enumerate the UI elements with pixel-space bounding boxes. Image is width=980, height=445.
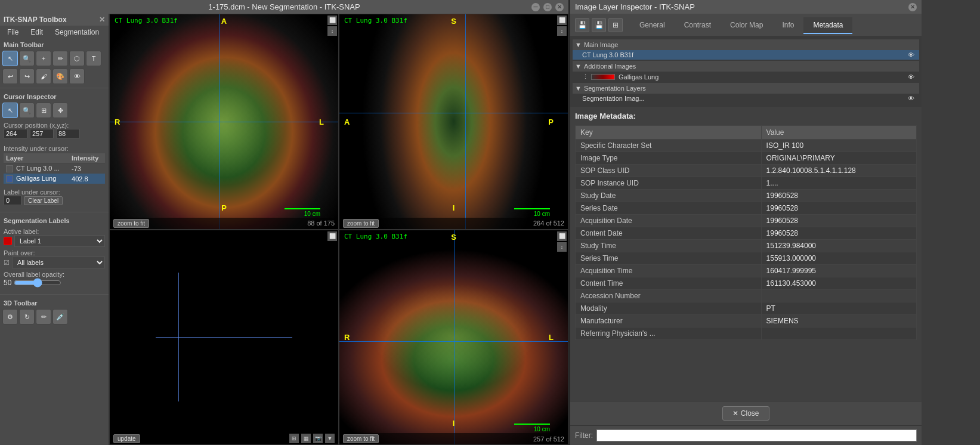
menu-edit[interactable]: Edit bbox=[28, 27, 45, 37]
layer-tree: ▼ Main Image CT Lung 3.0 B31f 👁 ▼ Additi… bbox=[570, 37, 922, 107]
3d-btn-4[interactable]: 💉 bbox=[52, 309, 68, 325]
viewport-sagittal-canvas[interactable]: S I A P bbox=[339, 14, 568, 229]
close-button[interactable]: ✕ bbox=[555, 3, 564, 11]
toolbar-3d-row: ⚙ ↻ ✏ 💉 bbox=[0, 308, 109, 326]
viewport-empty-canvas[interactable] bbox=[110, 230, 338, 445]
menu-segmentation[interactable]: Segmentation bbox=[52, 27, 101, 37]
redo-btn[interactable]: ↪ bbox=[19, 69, 35, 84]
left-panel: ITK-SNAP Toolbox ✕ File Edit Segmentatio… bbox=[0, 14, 109, 445]
galligas-name: Galligas Lung bbox=[619, 73, 659, 81]
inspector-close-btn[interactable]: ✕ bbox=[908, 3, 917, 11]
viewport-coronal-canvas[interactable]: S I R L bbox=[339, 230, 568, 445]
dropdown-icon-btn[interactable]: ▼ bbox=[325, 434, 335, 443]
cursor-z-input[interactable] bbox=[56, 129, 80, 138]
intensity-table: Layer Intensity CT Lung 3.0 ... bbox=[4, 153, 105, 184]
viewport-empty-footer: update ⊞ ▦ 📷 ▼ bbox=[110, 432, 338, 444]
zoom-to-fit-axial[interactable]: zoom to fit bbox=[113, 219, 149, 228]
zoom-to-fit-coronal[interactable]: zoom to fit bbox=[343, 434, 379, 443]
vp-cor-maximize[interactable]: ⬜ bbox=[557, 231, 567, 241]
scale-label-sagittal: 10 cm bbox=[534, 211, 550, 217]
layer-group-additional-header[interactable]: ▼ Additional Images bbox=[573, 61, 919, 72]
metadata-key-cell: Content Time bbox=[576, 277, 762, 290]
metadata-key-cell: Acquisition Date bbox=[576, 215, 762, 227]
vp-cor-opts[interactable]: ↕ bbox=[557, 242, 567, 252]
layer-group-seg: ▼ Segmentation Layers Segmentation Imag.… bbox=[573, 83, 919, 103]
cursor-tool-btn[interactable]: ↖ bbox=[2, 51, 18, 66]
tab-contrast[interactable]: Contrast bbox=[675, 17, 721, 34]
label-section: Label under cursor: Clear Label bbox=[0, 186, 109, 209]
color-tool-btn[interactable]: 🎨 bbox=[52, 69, 68, 84]
galligas-eye-icon: 👁 bbox=[908, 73, 914, 81]
viewports-grid: A P R L CT Lung 3.0 B31f ⬜ ↕ bbox=[109, 14, 568, 445]
cursor-y-input[interactable] bbox=[30, 129, 54, 138]
zoom-to-fit-sagittal[interactable]: zoom to fit bbox=[343, 219, 379, 228]
polygon-tool-btn[interactable]: ⬡ bbox=[69, 51, 85, 66]
compass-p-right: P bbox=[548, 117, 554, 126]
layer-group-main-header[interactable]: ▼ Main Image bbox=[573, 39, 919, 50]
camera-icon-btn[interactable]: 📷 bbox=[313, 434, 323, 443]
additional-group-arrow: ▼ bbox=[575, 63, 582, 70]
slice-info-axial: 88 of 175 bbox=[307, 220, 335, 227]
tab-info[interactable]: Info bbox=[772, 17, 803, 34]
cursor-inspect-btn[interactable]: ↖ bbox=[2, 103, 18, 118]
maximize-button[interactable]: □ bbox=[543, 3, 552, 11]
grid2-icon-btn[interactable]: ⊞ bbox=[608, 18, 623, 32]
layout-icon-btn[interactable]: ▦ bbox=[301, 434, 311, 443]
brush-tool-btn[interactable]: 🖌 bbox=[36, 69, 51, 84]
clear-label-btn[interactable]: Clear Label bbox=[24, 196, 63, 205]
grid-icon-btn[interactable]: ⊞ bbox=[289, 434, 299, 443]
scale-label-coronal: 10 cm bbox=[534, 426, 550, 432]
metadata-key-cell: Referring Physician's ... bbox=[576, 327, 762, 340]
vp-axial-maximize[interactable]: ⬜ bbox=[327, 16, 337, 25]
text-tool-btn[interactable]: T bbox=[86, 51, 101, 66]
table-row: Galligas Lung 402.8 bbox=[4, 174, 105, 184]
layer2-intensity: 402.8 bbox=[69, 174, 105, 184]
compass-a-left: A bbox=[344, 117, 350, 126]
viewport-axial-canvas[interactable]: A P R L bbox=[110, 14, 338, 229]
close-inspector-btn[interactable]: ✕ Close bbox=[722, 406, 769, 421]
crosshair-tool-btn[interactable]: + bbox=[36, 51, 51, 66]
menu-bar: File Edit Segmentation Workspace Tools H… bbox=[0, 26, 109, 39]
vp-sag-maximize[interactable]: ⬜ bbox=[557, 16, 567, 25]
label-value-input[interactable] bbox=[4, 196, 21, 205]
save-icon-btn[interactable]: 💾 bbox=[575, 18, 589, 32]
vp-axial-opts1[interactable]: ↕ bbox=[327, 26, 337, 36]
update-btn[interactable]: update bbox=[113, 434, 140, 443]
main-window-title-bar: 1-175.dcm - New Segmentation - ITK-SNAP … bbox=[0, 0, 568, 14]
layer-item-galligas[interactable]: ⋮ Galligas Lung 👁 bbox=[573, 72, 919, 82]
3d-btn-1[interactable]: ⚙ bbox=[2, 309, 18, 325]
undo-btn[interactable]: ↩ bbox=[2, 69, 18, 84]
tab-general[interactable]: General bbox=[630, 17, 675, 34]
cursor-position-section: Cursor position (x,y,z): bbox=[0, 119, 109, 143]
layer-item-seg[interactable]: Segmentation Imag... 👁 bbox=[573, 94, 919, 103]
compass-p: P bbox=[221, 203, 227, 212]
zoom-inspect-btn[interactable]: 🔍 bbox=[19, 103, 35, 118]
eye-tool-btn[interactable]: 👁 bbox=[69, 69, 85, 84]
3d-btn-2[interactable]: ↻ bbox=[19, 309, 35, 325]
paint-over-select[interactable]: All labels bbox=[12, 257, 105, 268]
vp-sag-opts[interactable]: ↕ bbox=[557, 26, 567, 36]
3d-btn-3[interactable]: ✏ bbox=[36, 309, 51, 325]
filter-input[interactable] bbox=[596, 429, 917, 441]
metadata-key-cell: Specific Character Set bbox=[576, 140, 762, 152]
active-label-select[interactable]: Label 1 bbox=[14, 235, 105, 247]
additional-group-label: Additional Images bbox=[584, 63, 636, 70]
paint-tool-btn[interactable]: ✏ bbox=[52, 51, 68, 66]
grid-inspect-btn[interactable]: ⊞ bbox=[36, 103, 51, 118]
seg-group-label: Segmentation Layers bbox=[584, 85, 646, 92]
layer-item-ct[interactable]: CT Lung 3.0 B31f 👁 bbox=[573, 50, 919, 60]
cursor-x-input[interactable] bbox=[4, 129, 27, 138]
tab-metadata[interactable]: Metadata bbox=[803, 17, 852, 34]
layer-group-seg-header[interactable]: ▼ Segmentation Layers bbox=[573, 83, 919, 94]
save2-icon-btn[interactable]: 💾 bbox=[592, 18, 606, 32]
tab-colormap[interactable]: Color Map bbox=[721, 17, 772, 34]
seg-group-arrow: ▼ bbox=[575, 85, 582, 92]
minimize-button[interactable]: ─ bbox=[531, 3, 540, 11]
move-inspect-btn[interactable]: ✥ bbox=[52, 103, 68, 118]
toolbox-close-icon[interactable]: ✕ bbox=[99, 16, 105, 24]
zoom-tool-btn[interactable]: 🔍 bbox=[19, 51, 35, 66]
cursor-position-label: Cursor position (x,y,z): bbox=[4, 122, 105, 129]
menu-file[interactable]: File bbox=[5, 27, 21, 37]
opacity-slider[interactable] bbox=[14, 278, 61, 288]
vp-empty-maximize[interactable]: ⬜ bbox=[327, 231, 337, 241]
